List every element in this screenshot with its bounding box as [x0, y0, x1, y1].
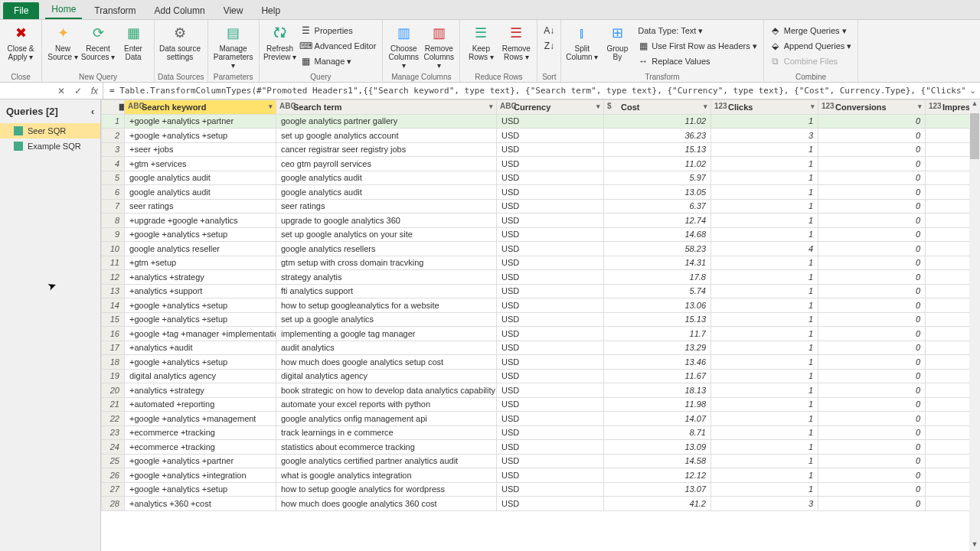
- cell[interactable]: 1: [711, 440, 818, 455]
- recent-sources-button[interactable]: ⟳ RecentSources ▾: [80, 21, 116, 70]
- cell[interactable]: 8.71: [604, 425, 711, 440]
- cell[interactable]: USD: [497, 312, 604, 327]
- cell[interactable]: USD: [497, 383, 604, 398]
- row-number[interactable]: 25: [102, 454, 125, 468]
- cell[interactable]: +upgrade +google +analytics: [125, 214, 276, 228]
- table-row[interactable]: 16+google +tag +manager +implementationi…: [102, 327, 981, 341]
- row-number[interactable]: 5: [102, 171, 125, 185]
- cell[interactable]: USD: [497, 214, 604, 228]
- group-by-button[interactable]: ⊞ GroupBy: [599, 21, 635, 70]
- cell[interactable]: 0: [818, 425, 926, 440]
- fx-icon[interactable]: fx: [91, 86, 98, 96]
- cell[interactable]: google analytics audit: [125, 171, 276, 185]
- append-queries-button[interactable]: ⬙Append Queries ▾: [767, 38, 855, 54]
- cell[interactable]: +analytics +strategy: [125, 270, 276, 285]
- cell[interactable]: USD: [497, 355, 604, 370]
- cell[interactable]: 13.09: [604, 440, 711, 455]
- cell[interactable]: 1: [711, 256, 818, 270]
- cell[interactable]: what is google analytics integration: [276, 468, 497, 483]
- row-number[interactable]: 1: [102, 114, 125, 129]
- cell[interactable]: 0: [818, 327, 926, 341]
- tab-transform[interactable]: Transform: [88, 2, 142, 19]
- table-row[interactable]: 25+google +analytics +partnergoogle anal…: [102, 454, 981, 468]
- cell[interactable]: 4: [711, 242, 818, 256]
- cell[interactable]: +google +analytics +setup: [125, 129, 276, 143]
- cell[interactable]: USD: [497, 114, 604, 129]
- cell[interactable]: 1: [711, 454, 818, 468]
- cell[interactable]: 11.7: [604, 327, 711, 341]
- choose-columns-button[interactable]: ▥ ChooseColumns ▾: [386, 21, 421, 70]
- cell[interactable]: set up google analytics account: [276, 129, 497, 143]
- cell[interactable]: 1: [711, 227, 818, 242]
- row-number[interactable]: 18: [102, 355, 125, 370]
- cell[interactable]: USD: [497, 341, 604, 355]
- cell[interactable]: USD: [497, 454, 604, 468]
- refresh-preview-button[interactable]: 🗘 RefreshPreview ▾: [263, 21, 298, 70]
- formula-input[interactable]: = Table.TransformColumnTypes(#"Promoted …: [103, 86, 965, 96]
- cell[interactable]: USD: [497, 482, 604, 497]
- cell[interactable]: 12.12: [604, 468, 711, 483]
- table-row[interactable]: 2+google +analytics +setupset up google …: [102, 129, 981, 143]
- cell[interactable]: 5.97: [604, 171, 711, 185]
- table-row[interactable]: 5google analytics auditgoogle analytics …: [102, 171, 981, 185]
- cell[interactable]: google analytics reseller: [125, 242, 276, 256]
- table-row[interactable]: 19digital analytics agencydigital analyt…: [102, 369, 981, 383]
- cell[interactable]: USD: [497, 397, 604, 412]
- filter-dropdown-icon[interactable]: ▾: [704, 103, 707, 110]
- cell[interactable]: 1: [711, 270, 818, 285]
- manage-button[interactable]: ▦Manage ▾: [298, 54, 380, 69]
- cell[interactable]: 15.13: [604, 142, 711, 157]
- tab-help[interactable]: Help: [255, 2, 286, 19]
- table-row[interactable]: 10google analytics resellergoogle analyt…: [102, 242, 981, 256]
- cell[interactable]: 0: [818, 383, 926, 398]
- sort-asc-button[interactable]: A↓: [541, 23, 557, 38]
- cell[interactable]: USD: [497, 284, 604, 298]
- cell[interactable]: ceo gtm payroll services: [276, 157, 497, 171]
- cell[interactable]: 0: [818, 129, 926, 143]
- corner-cell[interactable]: ▦: [102, 100, 125, 115]
- column-header[interactable]: 123Clicks▾: [711, 100, 818, 115]
- cell[interactable]: USD: [497, 425, 604, 440]
- cell[interactable]: 3: [711, 129, 818, 143]
- cell[interactable]: 1: [711, 425, 818, 440]
- row-number[interactable]: 6: [102, 185, 125, 200]
- expand-formula-icon[interactable]: ⌄: [965, 86, 980, 96]
- tab-view[interactable]: View: [217, 2, 250, 19]
- advanced-editor-button[interactable]: ⌨Advanced Editor: [298, 38, 380, 54]
- cell[interactable]: +ecommerce +tracking: [125, 425, 276, 440]
- table-row[interactable]: 26+google +analytics +integrationwhat is…: [102, 468, 981, 483]
- cell[interactable]: USD: [497, 468, 604, 483]
- cell[interactable]: google analytics certified partner analy…: [276, 454, 497, 468]
- cell[interactable]: 12.74: [604, 214, 711, 228]
- row-number[interactable]: 26: [102, 468, 125, 483]
- cell[interactable]: +google +analytics +setup: [125, 312, 276, 327]
- cell[interactable]: 1: [711, 341, 818, 355]
- tab-add-column[interactable]: Add Column: [149, 2, 211, 19]
- cell[interactable]: 0: [818, 227, 926, 242]
- cell[interactable]: 13.07: [604, 482, 711, 497]
- merge-queries-button[interactable]: ⬘Merge Queries ▾: [767, 23, 855, 38]
- cell[interactable]: 0: [818, 497, 926, 511]
- row-number[interactable]: 10: [102, 242, 125, 256]
- cell[interactable]: 0: [818, 270, 926, 285]
- table-row[interactable]: 18+google +analytics +setuphow much does…: [102, 355, 981, 370]
- cell[interactable]: 14.07: [604, 412, 711, 426]
- cell[interactable]: google analytics audit: [276, 185, 497, 200]
- cell[interactable]: 1: [711, 468, 818, 483]
- filter-dropdown-icon[interactable]: ▾: [918, 103, 922, 110]
- cell[interactable]: 0: [818, 242, 926, 256]
- cell[interactable]: 13.46: [604, 355, 711, 370]
- cell[interactable]: 58.23: [604, 242, 711, 256]
- cell[interactable]: how much does google analytics 360 cost: [276, 497, 497, 511]
- cell[interactable]: 1: [711, 171, 818, 185]
- row-number[interactable]: 23: [102, 425, 125, 440]
- column-header[interactable]: 123Conversions▾: [818, 100, 926, 115]
- cell[interactable]: +automated +reporting: [125, 397, 276, 412]
- table-row[interactable]: 17+analytics +auditaudit analyticsUSD13.…: [102, 341, 981, 355]
- cell[interactable]: +google +tag +manager +implementation: [125, 327, 276, 341]
- cell[interactable]: 1: [711, 482, 818, 497]
- cell[interactable]: USD: [497, 440, 604, 455]
- cell[interactable]: cancer registrar seer registry jobs: [276, 142, 497, 157]
- cell[interactable]: 5.74: [604, 284, 711, 298]
- table-row[interactable]: 8+upgrade +google +analyticsupgrade to g…: [102, 214, 981, 228]
